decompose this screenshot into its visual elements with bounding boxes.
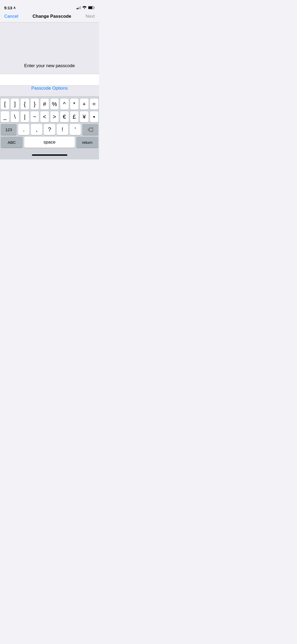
home-bar <box>32 154 67 156</box>
backspace-button[interactable] <box>82 124 98 135</box>
upper-content-area: Enter your new passcode <box>0 22 99 74</box>
svg-rect-3 <box>94 7 95 8</box>
wifi-icon <box>82 5 87 10</box>
key-greater-than[interactable]: > <box>50 111 59 122</box>
key-caret[interactable]: ^ <box>60 99 69 110</box>
key-equals[interactable]: = <box>90 99 98 110</box>
key-abc[interactable]: ABC <box>1 137 23 148</box>
signal-icon <box>77 6 81 9</box>
keyboard: [ ] { } # % ^ * + = _ \ | ~ < > € £ ¥ • … <box>0 96 99 150</box>
key-return[interactable]: return <box>76 137 98 148</box>
svg-marker-0 <box>13 6 16 9</box>
key-space[interactable]: space <box>24 137 75 148</box>
nav-bar: Cancel Change Passcode Next <box>0 12 99 22</box>
passcode-prompt: Enter your new passcode <box>24 63 75 68</box>
keyboard-row-1: [ ] { } # % ^ * + = <box>1 99 98 110</box>
key-123[interactable]: 123 <box>1 124 17 135</box>
key-close-brace[interactable]: } <box>31 99 39 110</box>
key-plus[interactable]: + <box>80 99 88 110</box>
svg-rect-2 <box>88 7 92 9</box>
cancel-button[interactable]: Cancel <box>4 14 18 19</box>
keyboard-row-3: 123 . , ? ! ' <box>1 124 98 135</box>
key-comma[interactable]: , <box>31 124 42 135</box>
key-asterisk[interactable]: * <box>70 99 79 110</box>
key-question[interactable]: ? <box>44 124 55 135</box>
passcode-options-link[interactable]: Passcode Options <box>31 86 68 91</box>
home-indicator-area <box>0 150 99 159</box>
key-yen[interactable]: ¥ <box>80 111 88 122</box>
next-button: Next <box>86 14 95 19</box>
key-percent[interactable]: % <box>50 99 59 110</box>
backspace-icon <box>87 127 93 132</box>
passcode-input-row[interactable] <box>0 74 99 86</box>
key-period[interactable]: . <box>18 124 30 135</box>
status-time: 5:13 <box>4 6 12 10</box>
status-icons <box>77 5 95 10</box>
key-pound[interactable]: £ <box>70 111 79 122</box>
key-apostrophe[interactable]: ' <box>70 124 81 135</box>
key-exclamation[interactable]: ! <box>57 124 68 135</box>
key-bullet[interactable]: • <box>90 111 98 122</box>
key-close-bracket[interactable]: ] <box>11 99 19 110</box>
keyboard-row-4: ABC space return <box>1 137 98 148</box>
key-underscore[interactable]: _ <box>1 111 9 122</box>
key-backslash[interactable]: \ <box>11 111 19 122</box>
key-open-brace[interactable]: { <box>21 99 29 110</box>
key-hash[interactable]: # <box>40 99 49 110</box>
key-open-bracket[interactable]: [ <box>1 99 9 110</box>
key-less-than[interactable]: < <box>40 111 49 122</box>
battery-icon <box>88 6 95 9</box>
keyboard-row-2: _ \ | ~ < > € £ ¥ • <box>1 111 98 122</box>
key-tilde[interactable]: ~ <box>31 111 39 122</box>
page-title: Change Passcode <box>32 14 71 19</box>
key-pipe[interactable]: | <box>21 111 29 122</box>
status-bar: 5:13 <box>0 0 99 12</box>
location-icon <box>13 6 16 9</box>
key-euro[interactable]: € <box>60 111 69 122</box>
lower-content-area: Passcode Options <box>0 86 99 96</box>
